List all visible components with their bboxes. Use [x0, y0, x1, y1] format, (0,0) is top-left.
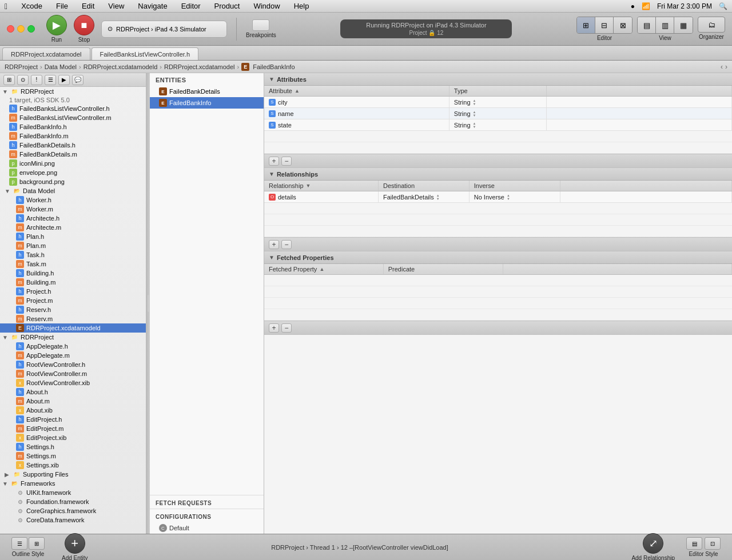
sidebar-item-coregraphics[interactable]: ⚙ CoreGraphics.framework [0, 506, 146, 515]
fp-col-predicate[interactable]: Predicate [384, 264, 503, 274]
sidebar-item-plan-h[interactable]: h Plan.h [0, 232, 146, 241]
breadcrumb-item-xcdatamodeld[interactable]: RDRProject.xcdatamodeld [83, 63, 158, 70]
sidebar-item-editproject-m[interactable]: m EditProject.m [0, 424, 146, 433]
sidebar-list-btn[interactable]: ☰ [45, 75, 56, 85]
sidebar-item-uikit[interactable]: ⚙ UIKit.framework [0, 488, 146, 497]
breadcrumb-item-entity[interactable]: FailedBankInfo [253, 63, 295, 70]
sidebar-item-project-h[interactable]: h Project.h [0, 287, 146, 296]
menu-product[interactable]: Product [212, 1, 242, 11]
add-entity-button[interactable]: + Add Entity [62, 533, 88, 560]
sidebar-item-fbdetails-h[interactable]: h FailedBankDetails.h [0, 141, 146, 150]
add-relationship-button[interactable]: ⤢ Add Relationship [631, 533, 675, 560]
config-item-default[interactable]: C Default [150, 522, 264, 534]
run-button[interactable]: ▶ Run [46, 15, 67, 43]
sidebar-item-envelope[interactable]: p envelope.png [0, 168, 146, 177]
menu-editor[interactable]: Editor [179, 1, 203, 11]
disclosure-supporting[interactable]: ▶ [5, 471, 11, 478]
sidebar-item-fbdetails-m[interactable]: m FailedBankDetails.m [0, 150, 146, 159]
sidebar-item-building-m[interactable]: m Building.m [0, 278, 146, 287]
standard-editor-btn[interactable]: ⊞ [577, 17, 595, 33]
menu-navigate[interactable]: Navigate [136, 1, 169, 11]
entity-item-failedbank-details[interactable]: E FailedBankDetails [150, 86, 264, 97]
sidebar-item-task-h[interactable]: h Task.h [0, 250, 146, 259]
breakpoints-button[interactable]: Breakpoints [246, 19, 276, 38]
remove-relationship-btn[interactable]: − [281, 240, 292, 249]
tab-xcdatamodel[interactable]: RDRProject.xcdatamodel [2, 47, 90, 60]
maximize-button[interactable] [27, 25, 35, 33]
attr-col-attribute[interactable]: Attribute ▲ [264, 86, 449, 96]
assistant-editor-btn[interactable]: ⊟ [595, 17, 614, 33]
util-view-btn[interactable]: ▦ [674, 17, 693, 33]
sidebar-item-fbinfo-h[interactable]: h FailedBankInfo.h [0, 122, 146, 131]
sidebar-item-datamodel-folder[interactable]: ▼ 📂 Data Model [0, 186, 146, 195]
sidebar-item-worker-h[interactable]: h Worker.h [0, 195, 146, 205]
disclosure-rdrproject[interactable]: ▼ [2, 334, 9, 341]
tree-project-root[interactable]: ▼ 📁 RDRProject [0, 87, 146, 96]
rel-col-relationship[interactable]: Relationship ▼ [264, 181, 379, 191]
sidebar-item-coredata[interactable]: ⚙ CoreData.framework [0, 515, 146, 525]
add-attribute-btn[interactable]: + [269, 157, 279, 166]
sidebar-item-task-m[interactable]: m Task.m [0, 259, 146, 269]
sidebar-item-appdelegate-h[interactable]: h AppDelegate.h [0, 342, 146, 351]
sidebar-item-about-h[interactable]: h About.h [0, 387, 146, 397]
sidebar-clock-btn[interactable]: ⊙ [17, 75, 29, 85]
close-button[interactable] [7, 25, 14, 33]
sidebar-item-worker-m[interactable]: m Worker.m [0, 205, 146, 214]
sidebar-item-rootvc-h[interactable]: h RootViewController.h [0, 360, 146, 369]
sidebar-item-fbinfo-m[interactable]: m FailedBankInfo.m [0, 131, 146, 141]
sidebar-item-rootvc-m[interactable]: m RootViewController.m [0, 369, 146, 378]
sidebar-item-editproject-h[interactable]: h EditProject.h [0, 415, 146, 424]
sidebar-item-building-h[interactable]: h Building.h [0, 269, 146, 278]
sidebar-run-btn[interactable]: ▶ [58, 75, 70, 85]
sidebar-item-project-m[interactable]: m Project.m [0, 296, 146, 305]
breadcrumb-item-xcdatamodel[interactable]: RDRProject.xcdatamodel [164, 63, 235, 70]
rel-row-details[interactable]: O details FailedBankDetails ▲▼ No Invers… [264, 191, 732, 203]
content-scroll[interactable]: ▼ Attributes Attribute ▲ Type S [264, 73, 732, 534]
type-stepper-state[interactable]: ▲▼ [473, 122, 476, 129]
sidebar-item-settings-h[interactable]: h Settings.h [0, 442, 146, 451]
tree-rdrproject-group[interactable]: ▼ 📁 RDRProject [0, 333, 146, 342]
type-stepper-city[interactable]: ▲▼ [473, 99, 476, 106]
remove-fetched-prop-btn[interactable]: − [281, 323, 292, 333]
organizer-btn[interactable]: 🗂 [698, 17, 725, 33]
sidebar-item-supporting-files[interactable]: ▶ 📁 Supporting Files [0, 470, 146, 479]
add-relationship-btn[interactable]: + [269, 240, 279, 249]
dest-stepper[interactable]: ▲▼ [436, 194, 440, 201]
outline-style-btn-1[interactable]: ☰ [11, 537, 27, 550]
inverse-stepper[interactable]: ▲▼ [507, 194, 510, 201]
menu-window[interactable]: Window [251, 1, 282, 11]
sidebar-item-reserv-h[interactable]: h Reserv.h [0, 305, 146, 314]
sidebar-item-reserv-m[interactable]: m Reserv.m [0, 314, 146, 323]
attr-row-name[interactable]: S name String ▲▼ [264, 108, 732, 119]
sidebar-item-fblistvc-h[interactable]: h FailedBanksListViewController.h [0, 104, 146, 113]
entity-item-failedbank-info[interactable]: E FailedBankInfo [150, 97, 264, 109]
sidebar-item-background[interactable]: p background.png [0, 177, 146, 186]
remove-attribute-btn[interactable]: − [281, 157, 292, 166]
sidebar-item-foundation[interactable]: ⚙ Foundation.framework [0, 497, 146, 506]
disclosure-datamodel[interactable]: ▼ [5, 188, 11, 194]
relationships-disclosure[interactable]: ▼ [269, 171, 274, 177]
fetched-props-disclosure[interactable]: ▼ [269, 254, 274, 261]
attr-row-state[interactable]: S state String ▲▼ [264, 119, 732, 131]
sidebar-item-fblistvc-m[interactable]: m FailedBanksListViewController.m [0, 113, 146, 122]
menu-view[interactable]: View [106, 1, 126, 11]
breadcrumb-item-project[interactable]: RDRProject [5, 63, 38, 70]
disclosure-frameworks[interactable]: ▼ [2, 481, 9, 487]
sidebar-item-rootvc-xib[interactable]: x RootViewController.xib [0, 378, 146, 387]
sidebar-item-architecte-h[interactable]: h Architecte.h [0, 214, 146, 223]
sidebar-item-about-xib[interactable]: x About.xib [0, 406, 146, 415]
sidebar-alert-btn[interactable]: ! [31, 75, 42, 85]
disclosure-project[interactable]: ▼ [2, 89, 9, 95]
tab-failedbanks[interactable]: FailedBanksListViewController.h [92, 47, 199, 60]
sidebar-item-appdelegate-m[interactable]: m AppDelegate.m [0, 351, 146, 360]
editor-style-btn-2[interactable]: ⊡ [705, 537, 721, 550]
minimize-button[interactable] [17, 25, 25, 33]
sidebar-item-editproject-xib[interactable]: x EditProject.xib [0, 433, 146, 442]
attr-row-city[interactable]: S city String ▲▼ [264, 97, 732, 108]
type-stepper-name[interactable]: ▲▼ [473, 110, 476, 117]
sidebar-item-plan-m[interactable]: m Plan.m [0, 241, 146, 250]
breadcrumb-forward[interactable]: › [725, 63, 727, 71]
menu-xcode[interactable]: Xcode [19, 1, 45, 11]
menu-file[interactable]: File [54, 1, 70, 11]
search-icon[interactable]: 🔍 [719, 2, 727, 10]
